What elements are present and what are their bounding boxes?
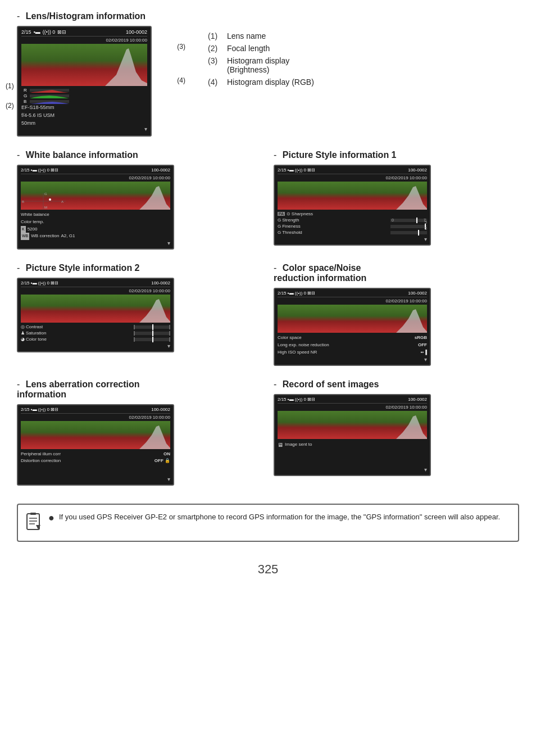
note-icon	[26, 513, 42, 534]
la-cam-screen: 2/15 ▪▬ ((•)) 0 ⊠⊟ 100-0002 02/02/2019 1…	[17, 404, 174, 486]
cam-rgb-area: R G	[21, 88, 147, 104]
rs-cam-image	[278, 411, 427, 439]
row4: - Lens aberration correctioninformation …	[17, 379, 519, 486]
ps2-title: - Picture Style information 2	[17, 263, 262, 273]
callout-2: (2)	[6, 102, 14, 110]
picture-style-1-section: - Picture Style information 1 2/15 ▪▬ ((…	[274, 150, 519, 250]
svg-marker-13	[139, 299, 170, 323]
cs-cam-screen: 2/15 ▪▬ ((•)) 0 ⊠⊟ 100-0002 02/02/2019 1…	[274, 288, 431, 365]
white-balance-section: - White balance information 2/15 ▪▬ ((•)…	[17, 150, 262, 250]
ps1-cam-screen: 2/15 ▪▬ ((•)) 0 ⊠⊟ 100-0002 02/02/2019 1…	[274, 165, 431, 246]
cam-top-bar: 2/15 ▪▬ ((•)) 0 ⊠⊟ 100-0002	[21, 29, 147, 37]
list-item: (1) Lens name	[208, 31, 314, 40]
svg-marker-3	[30, 102, 69, 104]
callout-4: (4)	[177, 76, 185, 84]
svg-rect-18	[30, 513, 36, 515]
callout-3: (3)	[177, 43, 185, 51]
style-row-fineness: GFineness 5	[278, 224, 427, 229]
wb-cam-image: G B A M	[21, 182, 170, 210]
ps2-cam-image	[21, 295, 170, 323]
svg-marker-1	[30, 90, 69, 93]
svg-text:B: B	[22, 200, 24, 203]
cam-lens-info: EF-S18-55mm f/4-5.6 IS USM	[21, 104, 147, 119]
list-item: (2) Focal length	[208, 44, 314, 53]
page-number: 325	[17, 562, 519, 577]
row2: - White balance information 2/15 ▪▬ ((•)…	[17, 150, 519, 250]
svg-marker-4	[139, 186, 170, 210]
lens-hist-section: - Lens/Histogram information 2/15 ▪▬ ((•…	[17, 11, 519, 137]
lens-cam-container: 2/15 ▪▬ ((•)) 0 ⊠⊟ 100-0002 02/02/2019 1…	[17, 26, 174, 137]
svg-point-11	[49, 198, 51, 201]
note-box: ● If you used GPS Receiver GP-E2 or smar…	[17, 504, 519, 542]
color-space-section: - Color space/Noisereduction information…	[274, 263, 519, 365]
svg-marker-15	[139, 425, 170, 449]
cs-cam-image	[278, 305, 427, 333]
lens-hist-content: 2/15 ▪▬ ((•)) 0 ⊠⊟ 100-0002 02/02/2019 1…	[17, 26, 519, 137]
svg-marker-12	[396, 186, 427, 210]
page-content: - Lens/Histogram information 2/15 ▪▬ ((•…	[17, 11, 519, 577]
note-text: If you used GPS Receiver GP-E2 or smartp…	[59, 511, 500, 523]
lens-desc-container: (1) Lens name (2) Focal length (3) Histo…	[185, 26, 314, 90]
la-cam-image	[21, 421, 170, 449]
svg-text:G: G	[44, 193, 47, 196]
lens-cam-screen: 2/15 ▪▬ ((•)) 0 ⊠⊟ 100-0002 02/02/2019 1…	[17, 26, 152, 137]
rs-title: - Record of sent images	[274, 379, 519, 390]
lens-aberration-section: - Lens aberration correctioninformation …	[17, 379, 262, 486]
ps2-cam-screen: 2/15 ▪▬ ((•)) 0 ⊠⊟ 100-0002 02/02/2019 1…	[17, 278, 174, 352]
svg-text:A: A	[61, 200, 63, 203]
record-sent-section: - Record of sent images 2/15 ▪▬ ((•)) 0 …	[274, 379, 519, 486]
rs-cam-screen: 2/15 ▪▬ ((•)) 0 ⊠⊟ 100-0002 02/02/2019 1…	[274, 394, 431, 476]
wb-cam-screen: 2/15 ▪▬ ((•)) 0 ⊠⊟ 100-0002 02/02/2019 1…	[17, 165, 174, 250]
wb-title: - White balance information	[17, 150, 262, 160]
svg-marker-14	[396, 309, 427, 333]
svg-marker-2	[30, 96, 69, 98]
la-info: Peripheral illum corr ON Distortion corr…	[21, 451, 170, 465]
cam-image	[21, 44, 147, 86]
svg-text:M: M	[44, 206, 47, 209]
row3: - Picture Style information 2 2/15 ▪▬ ((…	[17, 263, 519, 365]
rs-info: 🖥 Image sent to	[278, 441, 427, 450]
svg-marker-16	[396, 415, 427, 439]
ps2-colortone-row: ◕Color tone	[21, 337, 170, 342]
ps2-contrast-row: ◎Contrast	[21, 324, 170, 329]
svg-marker-0	[105, 48, 147, 86]
picture-style-2-section: - Picture Style information 2 2/15 ▪▬ ((…	[17, 263, 262, 365]
ps1-cam-image	[278, 182, 427, 210]
cs-title: - Color space/Noisereduction information	[274, 263, 519, 283]
style-row-threshold: GThreshold 5	[278, 230, 427, 235]
list-item: (4) Histogram display (RGB)	[208, 78, 314, 87]
ps2-saturation-row: ♟Saturation	[21, 331, 170, 336]
list-item: (3) Histogram display(Brightness)	[208, 56, 314, 74]
wb-info: White balance Color temp. K 5200 WB WB c…	[21, 211, 170, 240]
cs-info: Color space sRGB Long exp. noise reducti…	[278, 334, 427, 356]
hist-brightness-svg	[105, 44, 147, 86]
style-row-strength: GStrength 0 7	[278, 218, 427, 223]
lens-hist-title: - Lens/Histogram information	[17, 11, 519, 21]
callout-1: (1)	[6, 82, 14, 90]
note-bullet: ●	[48, 513, 54, 523]
ps1-title: - Picture Style information 1	[274, 150, 519, 160]
lens-desc-list: (1) Lens name (2) Focal length (3) Histo…	[208, 31, 314, 87]
la-title: - Lens aberration correctioninformation	[17, 379, 262, 400]
